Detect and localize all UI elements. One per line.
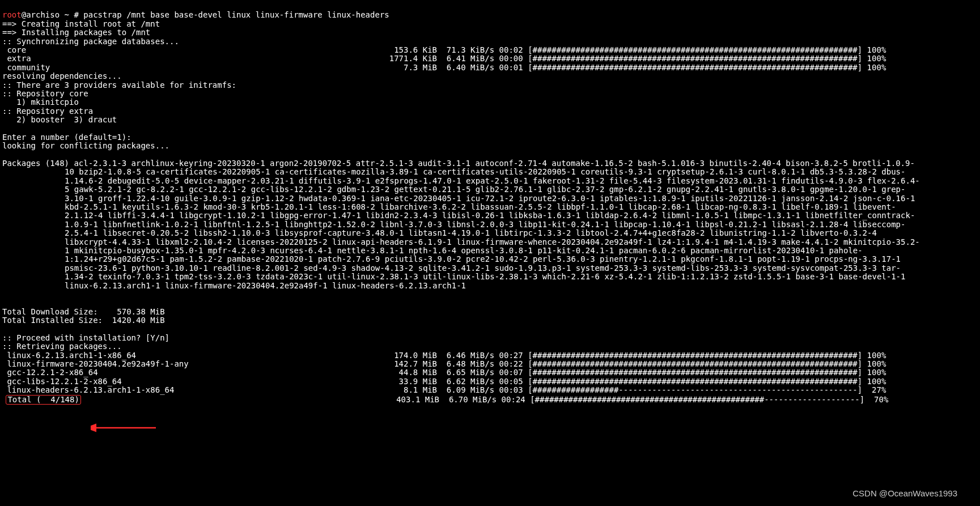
proceed-prompt[interactable]: :: Proceed with installation? [Y/n] xyxy=(2,333,169,342)
msg-resolve-deps: resolving dependencies... xyxy=(2,71,122,80)
blank4 xyxy=(2,324,7,333)
sync-extra: extra 1771.4 KiB 6.41 MiB/s 00:00 [#####… xyxy=(2,54,886,63)
watermark-text: CSDN @OceanWaves1993 xyxy=(852,489,957,499)
msg-providers: :: There are 3 providers available for i… xyxy=(2,80,236,90)
blank3 xyxy=(2,298,7,307)
annotation-arrow-icon xyxy=(91,419,159,436)
msg-conflicts: looking for conflicting packages... xyxy=(2,141,169,150)
packages-body: acl-2.3.1-3 archlinux-keyring-20230320-1… xyxy=(65,159,920,290)
dl-linux-firmware: linux-firmware-20230404.2e92a49f-1-any 1… xyxy=(2,359,886,368)
total-installed-size: Total Installed Size: 1420.40 MiB xyxy=(2,316,165,325)
sync-community: community 7.3 MiB 6.40 MiB/s 00:01 [####… xyxy=(2,63,886,72)
prompt-enter-number[interactable]: Enter a number (default=1): xyxy=(2,133,131,142)
sync-core: core 153.6 KiB 71.3 KiB/s 00:02 [#######… xyxy=(2,45,886,54)
dl-total: Total ( 4/148) 403.1 MiB 6.70 MiB/s 00:2… xyxy=(2,395,888,404)
msg-repo-extra: :: Repository extra xyxy=(2,107,93,116)
msg-prov-1: 1) mkinitcpio xyxy=(2,97,79,107)
msg-install-packages: ==> Installing packages to /mnt xyxy=(2,28,150,37)
retrieving-packages: :: Retrieving packages... xyxy=(2,342,122,351)
prompt-line[interactable]: root@archiso ~ # pacstrap /mnt base base… xyxy=(2,10,389,19)
typed-command: pacstrap /mnt base base-devel linux linu… xyxy=(83,10,389,19)
msg-sync-db: :: Synchronizing package databases... xyxy=(2,37,179,46)
msg-repo-core: :: Repository core xyxy=(2,89,88,98)
packages-header: Packages (148) xyxy=(2,159,74,168)
dl-linux-headers: linux-headers-6.2.13.arch1-1-x86_64 8.1 … xyxy=(2,385,886,394)
dl-gcc: gcc-12.2.1-2-x86_64 44.8 MiB 6.65 MiB/s … xyxy=(2,368,886,377)
terminal-output: root@archiso ~ # pacstrap /mnt base base… xyxy=(0,0,980,405)
total-progress-highlight: Total ( 4/148) xyxy=(6,395,80,405)
prompt-host: @archiso xyxy=(22,10,65,19)
package-list: Packages (148) acl-2.3.1-3 archlinux-key… xyxy=(2,159,920,290)
prompt-user: root xyxy=(2,10,22,19)
dl-gcc-libs: gcc-libs-12.2.1-2-x86_64 33.9 MiB 6.62 M… xyxy=(2,377,886,386)
total-download-size: Total Download Size: 570.38 MiB xyxy=(2,307,165,316)
prompt-cwd: ~ # xyxy=(65,10,84,19)
msg-prov-23: 2) booster 3) dracut xyxy=(2,115,117,124)
dl-linux: linux-6.2.13.arch1-1-x86_64 174.0 MiB 6.… xyxy=(2,351,886,360)
msg-create-root: ==> Creating install root at /mnt xyxy=(2,19,160,28)
blank2 xyxy=(2,150,7,159)
